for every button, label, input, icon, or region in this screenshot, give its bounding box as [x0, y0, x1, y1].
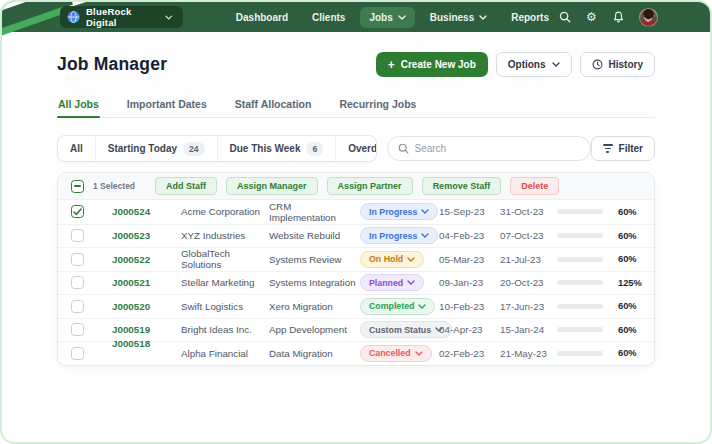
app-window: BlueRock Digital Dashboard Clients Jobs … [0, 0, 712, 444]
job-id-link[interactable]: J000524 [112, 206, 181, 217]
chevron-down-icon [479, 15, 487, 20]
options-button[interactable]: Options [496, 52, 572, 77]
segment-label: All [70, 143, 83, 154]
quick-filter-segments: All Starting Today 24 Due This Week 6 Ov… [57, 135, 377, 162]
client-name: Acme Corporation [181, 206, 269, 217]
filter-label: Filter [619, 143, 643, 154]
client-name: Bright Ideas Inc. [181, 324, 269, 335]
selected-count-label: 1 Selected [93, 181, 135, 191]
filter-segment-starting-today[interactable]: Starting Today 24 [95, 136, 217, 161]
check-icon [73, 208, 82, 216]
tab-label: Important Dates [127, 98, 207, 110]
filter-button[interactable]: Filter [591, 136, 655, 161]
job-id-link[interactable]: J000522 [112, 254, 181, 265]
segment-label: Overdue [348, 143, 376, 154]
job-id-link[interactable]: J000523 [112, 230, 181, 241]
job-name: CRM Implementation [269, 201, 360, 223]
start-date: 04-Apr-23 [439, 324, 500, 335]
progress-percent-label: 60% [618, 301, 655, 311]
filter-segment-due-this-week[interactable]: Due This Week 6 [217, 136, 336, 161]
table-row[interactable]: J000522 GlobalTech Solutions Systems Rev… [58, 247, 654, 271]
gear-icon[interactable]: ⚙ [585, 11, 598, 24]
start-date: 15-Sep-23 [439, 206, 500, 217]
jobs-table-body: J000524 Acme Corporation CRM Implementat… [58, 200, 654, 365]
nav-item-clients[interactable]: Clients [303, 7, 354, 28]
nav-item-label: Reports [511, 12, 549, 23]
progress-percent-label: 60% [618, 325, 655, 335]
row-checkbox[interactable] [71, 205, 84, 218]
header-actions: + Create New Job Options History [376, 52, 655, 77]
add-staff-button[interactable]: Add Staff [155, 177, 217, 195]
tab-recurring-jobs[interactable]: Recurring Jobs [338, 92, 417, 117]
job-id-link[interactable]: J000520 [112, 301, 181, 312]
job-id-link[interactable]: J000518 [112, 338, 181, 349]
job-id-link[interactable]: J000519 [112, 324, 181, 335]
history-clock-icon [592, 59, 603, 70]
row-checkbox[interactable] [71, 253, 84, 266]
progress-percent-label: 125% [618, 278, 655, 288]
progress-track [557, 280, 603, 285]
table-row[interactable]: J000524 Acme Corporation CRM Implementat… [58, 200, 654, 224]
client-name: Alpha Financial [181, 348, 269, 359]
status-badge[interactable]: Planned [360, 274, 424, 291]
progress-track [557, 257, 603, 262]
nav-item-business[interactable]: Business [421, 7, 496, 28]
progress-bar [557, 327, 618, 332]
history-button[interactable]: History [580, 52, 655, 77]
bell-icon[interactable] [612, 11, 625, 24]
bluerock-logo-icon [67, 10, 80, 24]
topbar-icons: ⚙ [558, 8, 658, 27]
jobs-table-card: 1 Selected Add StaffAssign ManagerAssign… [57, 172, 655, 366]
status-badge[interactable]: In Progress [360, 227, 438, 244]
nav-item-jobs[interactable]: Jobs [360, 7, 414, 28]
status-badge[interactable]: Completed [360, 298, 435, 315]
assign-manager-button[interactable]: Assign Manager [226, 177, 318, 195]
status-badge[interactable]: In Progress [360, 203, 438, 220]
row-checkbox[interactable] [71, 323, 84, 336]
status-badge[interactable]: Cancelled [360, 345, 432, 362]
row-checkbox[interactable] [71, 347, 84, 360]
client-name: Swift Logistics [181, 301, 269, 312]
assign-partner-button[interactable]: Assign Partner [327, 177, 413, 195]
status-label: Planned [369, 278, 403, 288]
nav-item-reports[interactable]: Reports [502, 7, 558, 28]
row-checkbox[interactable] [71, 276, 84, 289]
tab-important-dates[interactable]: Important Dates [126, 92, 208, 117]
table-row[interactable]: J000520 Swift Logistics Xero Migration C… [58, 294, 654, 318]
remove-staff-button[interactable]: Remove Staff [422, 177, 502, 195]
nav-item-dashboard[interactable]: Dashboard [227, 7, 297, 28]
status-badge[interactable]: On Hold [360, 251, 424, 268]
user-avatar[interactable] [639, 8, 658, 27]
job-id-link[interactable]: J000521 [112, 277, 181, 288]
progress-track [557, 209, 603, 214]
select-all-checkbox[interactable] [71, 180, 84, 193]
due-date: 21-May-23 [500, 348, 557, 359]
start-date: 09-Jan-23 [439, 277, 500, 288]
filter-row: All Starting Today 24 Due This Week 6 Ov… [57, 135, 655, 162]
job-name: Systems Review [269, 254, 360, 265]
create-new-job-label: Create New Job [401, 59, 476, 70]
due-date: 17-Jun-23 [500, 301, 557, 312]
tab-all-jobs[interactable]: All Jobs [57, 92, 100, 117]
search-icon[interactable] [558, 11, 571, 24]
org-switcher[interactable]: BlueRock Digital [60, 6, 183, 28]
table-row[interactable]: J000523 XYZ Industries Website Rebuild I… [58, 224, 654, 248]
row-checkbox[interactable] [71, 229, 84, 242]
table-row[interactable]: J000518 Alpha Financial Data Migration C… [58, 341, 654, 365]
filter-segment-all[interactable]: All [58, 136, 95, 161]
delete-button[interactable]: Delete [510, 177, 559, 195]
plus-icon: + [388, 59, 395, 71]
search-input[interactable] [415, 143, 580, 154]
filter-segment-overdue[interactable]: Overdue 489 [335, 136, 376, 161]
funnel-icon [603, 144, 613, 153]
progress-percent-label: 60% [618, 207, 655, 217]
start-date: 10-Feb-23 [439, 301, 500, 312]
row-checkbox[interactable] [71, 300, 84, 313]
progress-track [557, 351, 603, 356]
tab-staff-allocation[interactable]: Staff Allocation [234, 92, 313, 117]
status-label: Completed [369, 301, 414, 311]
create-new-job-button[interactable]: + Create New Job [376, 52, 488, 77]
chevron-down-icon [421, 209, 429, 214]
due-date: 31-Oct-23 [500, 206, 557, 217]
table-row[interactable]: J000521 Stellar Marketing Systems Integr… [58, 271, 654, 295]
